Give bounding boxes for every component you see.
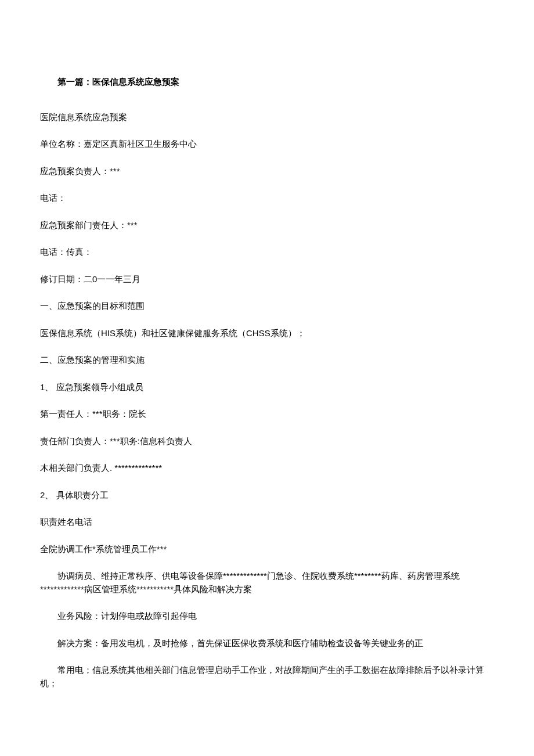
paragraph-15: 2、 具体职责分工 bbox=[40, 489, 494, 502]
paragraph-9: 医保信息系统（HIS系统）和社区健康保健服务系统（CHSS系统）； bbox=[40, 327, 494, 340]
paragraph-17: 全院协调工作*系统管理员工作*** bbox=[40, 543, 494, 556]
paragraph-20: 解决方案：备用发电机，及时抢修，首先保证医保收费系统和医疗辅助检查设备等关键业务… bbox=[40, 637, 494, 650]
paragraph-13: 责任部门负责人：***职务:信息科负责人 bbox=[40, 435, 494, 448]
paragraph-3: 应急预案负责人：*** bbox=[40, 165, 494, 178]
paragraph-19: 业务风险：计划停电或故障引起停电 bbox=[40, 610, 494, 623]
paragraph-8: 一、应急预案的目标和范围 bbox=[40, 300, 494, 313]
paragraph-5: 应急预案部门责任人：*** bbox=[40, 219, 494, 232]
paragraph-12: 第一责任人：***职务：院长 bbox=[40, 408, 494, 421]
paragraph-21: 常用电；信息系统其他相关部门信息管理启动手工作业，对故障期间产生的手工数据在故障… bbox=[40, 664, 494, 690]
paragraph-10: 二、应急预案的管理和实施 bbox=[40, 354, 494, 367]
paragraph-6: 电话：传真： bbox=[40, 246, 494, 259]
paragraph-18: 协调病员、维持正常秩序、供电等设备保障*************门急诊、住院收费… bbox=[40, 570, 494, 596]
paragraph-2: 单位名称：嘉定区真新社区卫生服务中心 bbox=[40, 138, 494, 151]
document-heading: 第一篇：医保信息系统应急预案 bbox=[40, 75, 494, 89]
paragraph-11: 1、 应急预案领导小组成员 bbox=[40, 381, 494, 394]
paragraph-1: 医院信息系统应急预案 bbox=[40, 111, 494, 124]
paragraph-7: 修订日期：二0一一年三月 bbox=[40, 273, 494, 286]
paragraph-4: 电话： bbox=[40, 192, 494, 205]
paragraph-16: 职责姓名电话 bbox=[40, 516, 494, 529]
paragraph-14: 木相关部门负责人. ************** bbox=[40, 462, 494, 475]
